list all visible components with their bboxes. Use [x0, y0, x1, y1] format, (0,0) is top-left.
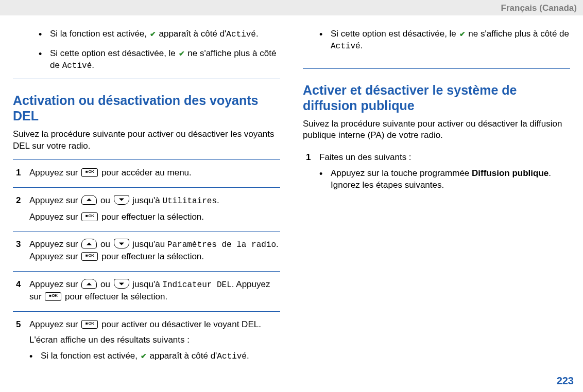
- section-title-pa: Activer et désactiver le système de diff…: [303, 82, 570, 113]
- up-button-icon: [81, 279, 97, 289]
- check-icon: [459, 29, 466, 39]
- step-pa-1: 1 Faites un des suivants : Appuyez sur l…: [303, 149, 570, 202]
- ok-button-icon: [81, 252, 98, 261]
- bullet-enabled-info: Si la fonction est activée, apparaît à c…: [29, 350, 280, 363]
- ok-button-icon: [81, 212, 98, 221]
- bullet-disabled-info: Si cette option est désactivée, le ne s'…: [319, 28, 570, 52]
- pa-step1-bullets: Appuyez sur la touche programmée Diffusi…: [319, 168, 570, 191]
- divider: [13, 79, 280, 79]
- check-icon: [149, 29, 157, 39]
- divider: [303, 68, 570, 69]
- down-button-icon: [114, 239, 129, 248]
- check-icon: [178, 48, 185, 58]
- check-icon: [140, 351, 147, 361]
- page-content: Si la fonction est activée, apparaît à c…: [0, 15, 583, 365]
- down-button-icon: [114, 195, 129, 205]
- header-bar: Français (Canada): [0, 0, 583, 15]
- up-button-icon: [81, 239, 97, 248]
- step-1: 1 Appuyez sur pour accéder au menu.: [13, 159, 280, 187]
- top-bullets: Si la fonction est activée, apparaît à c…: [39, 28, 280, 72]
- section-intro-led: Suivez la procédure suivante pour active…: [13, 129, 280, 152]
- step-3: 3 Appuyez sur ou jusqu'au Paramètres de …: [13, 231, 280, 271]
- ok-button-icon: [81, 168, 98, 177]
- down-button-icon: [114, 279, 129, 289]
- step-2: 2 Appuyez sur ou jusqu'à Utilitaires. Ap…: [13, 187, 280, 231]
- steps-pa: 1 Faites un des suivants : Appuyez sur l…: [303, 149, 570, 202]
- step-4: 4 Appuyez sur ou jusqu'à Indicateur DEL.…: [13, 271, 280, 311]
- header-lang: Français (Canada): [501, 3, 577, 13]
- section-title-led: Activation ou désactivation des voyants …: [13, 93, 280, 123]
- bullet-pa-button: Appuyez sur la touche programmée Diffusi…: [319, 168, 570, 191]
- ok-button-icon: [81, 320, 98, 329]
- ok-button-icon: [45, 292, 61, 301]
- bullet-enabled-info: Si la fonction est activée, apparaît à c…: [39, 28, 280, 41]
- up-button-icon: [81, 195, 97, 205]
- section-intro-pa: Suivez la procédure suivante pour active…: [303, 118, 570, 142]
- page-number: 223: [557, 374, 574, 388]
- bullet-disabled-info: Si cette option est désactivée, le ne s'…: [39, 48, 280, 72]
